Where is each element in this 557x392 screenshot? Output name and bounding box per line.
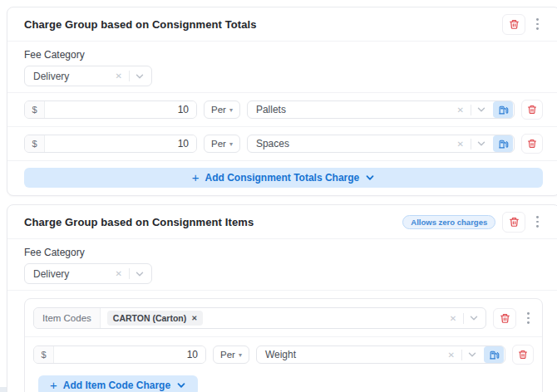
chevron-down-icon[interactable] xyxy=(476,139,493,149)
fuel-pump-icon xyxy=(498,105,509,115)
add-button-label: Add Item Code Charge xyxy=(63,380,170,391)
amount-input[interactable] xyxy=(45,101,196,118)
kebab-menu-button[interactable] xyxy=(532,15,543,32)
per-label: Per xyxy=(211,105,226,115)
clear-icon[interactable]: ✕ xyxy=(448,314,458,323)
chevron-down-icon[interactable] xyxy=(469,313,486,323)
chevron-down-icon[interactable] xyxy=(476,105,493,115)
charge-row: $ Per ▾ Spaces ✕ xyxy=(7,127,557,160)
trash-icon xyxy=(518,350,528,360)
item-code-group-wrap: Item Codes CARTON (Carton) ✕ ✕ xyxy=(7,290,557,392)
delete-charge-button[interactable] xyxy=(512,345,534,365)
trash-icon xyxy=(527,105,537,115)
fuel-surcharge-button[interactable] xyxy=(484,346,504,363)
currency-symbol: $ xyxy=(25,101,45,118)
trash-icon xyxy=(509,19,520,30)
kebab-menu-button[interactable] xyxy=(532,213,543,230)
add-button-label: Add Consignment Totals Charge xyxy=(205,172,359,184)
clear-icon[interactable]: ✕ xyxy=(456,140,466,149)
unit-value: Weight xyxy=(257,349,446,360)
add-consignment-totals-charge-button[interactable]: + Add Consignment Totals Charge xyxy=(24,168,543,188)
delete-charge-button[interactable] xyxy=(521,134,543,154)
charge-row: $ Per ▾ Weight ✕ xyxy=(32,337,535,365)
fee-category-value: Delivery xyxy=(25,71,114,82)
amount-input[interactable] xyxy=(54,346,205,363)
item-code-group-card: Item Codes CARTON (Carton) ✕ ✕ xyxy=(24,298,543,392)
per-dropdown[interactable]: Per ▾ xyxy=(204,135,240,153)
fee-category-label: Fee Category xyxy=(24,247,543,258)
amount-field-group: $ xyxy=(24,100,197,119)
charge-group-items-card: Charge Group based on Consignment Items … xyxy=(7,204,557,392)
fuel-surcharge-button[interactable] xyxy=(493,101,513,118)
fee-category-select[interactable]: Delivery ✕ xyxy=(24,263,152,284)
card-header: Charge Group based on Consignment Totals xyxy=(7,7,557,42)
unit-value: Spaces xyxy=(248,138,456,149)
remove-tag-icon[interactable]: ✕ xyxy=(191,314,197,322)
add-item-code-charge-button[interactable]: + Add Item Code Charge xyxy=(38,375,198,392)
add-charge-row: + Add Consignment Totals Charge xyxy=(7,160,557,195)
unit-value: Pallets xyxy=(248,104,456,115)
chevron-down-icon xyxy=(176,380,186,390)
per-dropdown[interactable]: Per ▾ xyxy=(213,345,249,364)
item-codes-label: Item Codes xyxy=(34,308,101,328)
card-title: Charge Group based on Consignment Items xyxy=(24,216,254,228)
allows-zero-charges-badge: Allows zero charges xyxy=(402,215,495,229)
fuel-surcharge-button[interactable] xyxy=(493,135,513,152)
unit-select[interactable]: Spaces ✕ xyxy=(247,135,515,153)
item-codes-select[interactable]: Item Codes CARTON (Carton) ✕ ✕ xyxy=(33,307,486,329)
fee-category-label: Fee Category xyxy=(24,49,543,61)
unit-select[interactable]: Pallets ✕ xyxy=(247,100,515,119)
item-code-tag: CARTON (Carton) ✕ xyxy=(107,311,204,326)
unit-select[interactable]: Weight ✕ xyxy=(256,345,505,364)
per-label: Per xyxy=(211,139,226,149)
delete-charge-button[interactable] xyxy=(521,100,543,120)
fee-category-section: Fee Category Delivery ✕ xyxy=(7,239,557,290)
trash-icon xyxy=(527,139,537,149)
fee-category-select[interactable]: Delivery ✕ xyxy=(24,66,152,86)
clear-icon[interactable]: ✕ xyxy=(114,71,124,81)
delete-item-group-button[interactable] xyxy=(493,308,516,329)
delete-group-button[interactable] xyxy=(502,212,525,233)
currency-symbol: $ xyxy=(34,346,54,363)
fuel-pump-icon xyxy=(489,350,500,360)
caret-down-icon: ▾ xyxy=(229,140,233,148)
chevron-down-icon[interactable] xyxy=(135,269,151,279)
trash-icon xyxy=(509,217,520,228)
per-label: Per xyxy=(220,350,235,360)
amount-field-group: $ xyxy=(24,135,197,153)
clear-icon[interactable]: ✕ xyxy=(456,105,466,115)
caret-down-icon: ▾ xyxy=(239,351,242,359)
fuel-pump-icon xyxy=(498,139,509,149)
chevron-down-icon[interactable] xyxy=(135,71,151,81)
plus-icon: + xyxy=(50,379,57,391)
chevron-down-icon[interactable] xyxy=(467,350,484,360)
delete-group-button[interactable] xyxy=(502,14,525,35)
add-charge-row: + Add Item Code Charge xyxy=(32,365,535,392)
fee-category-value: Delivery xyxy=(25,268,114,280)
item-code-tag-label: CARTON (Carton) xyxy=(113,313,186,323)
clear-icon[interactable]: ✕ xyxy=(114,269,124,278)
plus-icon: + xyxy=(192,171,200,184)
item-codes-row: Item Codes CARTON (Carton) ✕ ✕ xyxy=(32,306,535,329)
chevron-down-icon xyxy=(365,173,375,183)
charge-group-totals-card: Charge Group based on Consignment Totals… xyxy=(7,7,557,196)
charge-row: $ Per ▾ Pallets ✕ xyxy=(7,93,557,126)
per-dropdown[interactable]: Per ▾ xyxy=(204,100,240,119)
trash-icon xyxy=(500,313,510,324)
kebab-menu-button[interactable] xyxy=(523,309,534,326)
caret-down-icon: ▾ xyxy=(229,106,233,114)
card-title: Charge Group based on Consignment Totals xyxy=(24,18,257,31)
amount-field-group: $ xyxy=(33,345,206,364)
currency-symbol: $ xyxy=(25,135,45,152)
clear-icon[interactable]: ✕ xyxy=(446,350,456,360)
fee-category-section: Fee Category Delivery ✕ xyxy=(7,42,557,92)
card-header: Charge Group based on Consignment Items … xyxy=(7,205,557,239)
amount-input[interactable] xyxy=(45,135,196,152)
